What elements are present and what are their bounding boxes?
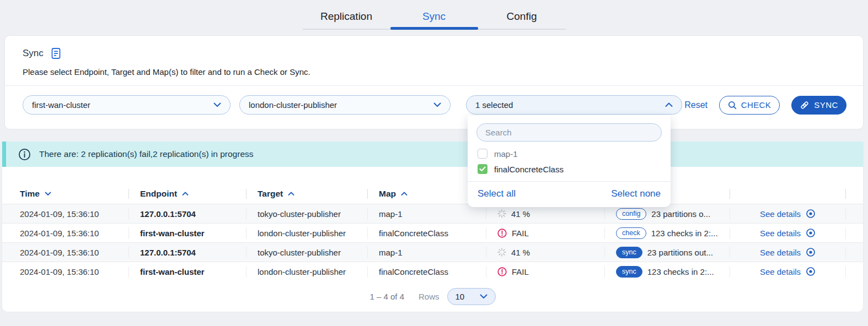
- cell-filler: [845, 227, 863, 239]
- sync-panel-header: Sync: [5, 36, 863, 59]
- spinner-icon: [497, 248, 506, 257]
- maps-select-wrap: 1 selected map-1: [466, 95, 682, 115]
- see-details-link[interactable]: See details: [730, 266, 845, 278]
- column-header-details: [730, 189, 845, 199]
- sync-filter-panel: Sync Please select Endpoint, Target and …: [4, 35, 864, 129]
- cell-time: 2024-01-09, 15:36:10: [2, 266, 128, 278]
- banner-text: There are: 2 replication(s) fail,2 repli…: [39, 149, 254, 159]
- cell-status: 41 %: [486, 247, 604, 258]
- cell-time: 2024-01-09, 15:36:10: [2, 227, 128, 239]
- cell-filler: [845, 247, 863, 258]
- table-row: 2024-01-09, 15:36:10 first-wan-cluster l…: [2, 223, 863, 242]
- table-row: 2024-01-09, 15:36:10 127.0.0.1:5704 toky…: [2, 204, 863, 223]
- view-details-icon: [806, 209, 816, 219]
- chevron-up-icon: [665, 102, 673, 107]
- panel-description: Please select Endpoint, Target and Map(s…: [5, 59, 863, 85]
- table-row: 2024-01-09, 15:36:10 first-wan-cluster l…: [2, 262, 863, 281]
- cell-message: config 23 partitions o...: [604, 208, 730, 220]
- column-header-endpoint[interactable]: Endpoint: [128, 189, 246, 199]
- sync-button-label: SYNC: [814, 100, 838, 110]
- map-option-label: map-1: [494, 149, 518, 159]
- tab-config[interactable]: Config: [478, 6, 566, 30]
- cell-endpoint: first-wan-cluster: [128, 227, 246, 239]
- map-option-finalconcreteclass[interactable]: finalConcreteClass: [468, 161, 671, 177]
- cell-endpoint: 127.0.0.1:5704: [128, 247, 246, 258]
- status-badge: sync: [616, 247, 642, 258]
- fail-icon: [497, 267, 507, 276]
- chevron-down-icon: [480, 294, 487, 299]
- cell-map: map-1: [367, 208, 486, 220]
- cell-map: finalConcreteClass: [367, 227, 486, 239]
- maps-select-value: 1 selected: [475, 100, 513, 110]
- tab-replication[interactable]: Replication: [303, 6, 390, 30]
- cell-map: finalConcreteClass: [367, 266, 486, 278]
- column-header-filler: [845, 189, 863, 199]
- link-icon: [800, 100, 810, 110]
- sync-button[interactable]: SYNC: [791, 96, 846, 115]
- pagination-bar: 1 – 4 of 4 Rows 10: [2, 281, 863, 312]
- select-none-link[interactable]: Select none: [611, 188, 661, 199]
- pagination-range: 1 – 4 of 4: [369, 292, 404, 301]
- cell-time: 2024-01-09, 15:36:10: [2, 247, 128, 258]
- info-icon: [18, 148, 31, 161]
- sync-results-panel: There are: 2 replication(s) fail,2 repli…: [2, 142, 864, 312]
- table-body: 2024-01-09, 15:36:10 127.0.0.1:5704 toky…: [2, 204, 863, 281]
- cell-message: sync 23 partitions out...: [604, 247, 730, 258]
- maps-search-input[interactable]: [476, 123, 662, 142]
- chevron-down-icon: [213, 102, 221, 107]
- maps-select[interactable]: 1 selected: [466, 95, 682, 115]
- maps-dropdown-footer: Select all Select none: [468, 181, 671, 207]
- status-badge: sync: [616, 266, 642, 278]
- table-row: 2024-01-09, 15:36:10 127.0.0.1:5704 toky…: [2, 242, 863, 262]
- info-banner: There are: 2 replication(s) fail,2 repli…: [2, 142, 863, 167]
- column-header-target[interactable]: Target: [246, 189, 367, 199]
- cell-target: london-cluster-publisher: [246, 266, 367, 278]
- panel-title: Sync: [23, 48, 44, 59]
- endpoint-select[interactable]: first-wan-cluster: [23, 95, 231, 115]
- sort-asc-icon: [401, 192, 408, 196]
- sort-desc-icon: [45, 192, 51, 196]
- cell-target: london-cluster-publisher: [246, 227, 367, 239]
- filter-actions: Reset CHECK SYNC: [684, 96, 846, 115]
- chevron-down-icon: [433, 102, 441, 107]
- checkbox-unchecked[interactable]: [478, 149, 487, 159]
- target-select-value: london-cluster-publisher: [249, 100, 337, 110]
- fail-icon: [497, 229, 507, 238]
- rows-per-page-value: 10: [456, 292, 465, 301]
- filter-controls-row: first-wan-cluster london-cluster-publish…: [5, 85, 863, 129]
- cell-message: sync 123 checks in 2:...: [604, 266, 730, 278]
- tab-sync[interactable]: Sync: [390, 6, 478, 30]
- column-header-time[interactable]: Time: [2, 189, 128, 199]
- sort-asc-icon: [288, 192, 294, 196]
- reset-button[interactable]: Reset: [684, 100, 708, 110]
- checkbox-checked[interactable]: [478, 164, 487, 174]
- cell-target: tokyo-cluster-publisher: [246, 208, 367, 220]
- sort-asc-icon: [182, 192, 189, 196]
- see-details-link[interactable]: See details: [730, 208, 845, 220]
- rows-per-page-select[interactable]: 10: [447, 288, 496, 305]
- document-icon[interactable]: [50, 47, 62, 59]
- cell-endpoint: first-wan-cluster: [128, 266, 246, 278]
- maps-dropdown-panel: map-1 finalConcreteClass Select all Sele…: [468, 116, 671, 207]
- endpoint-select-value: first-wan-cluster: [32, 100, 90, 110]
- spinner-icon: [497, 209, 506, 218]
- table-header: Time Endpoint Target Map: [2, 184, 863, 204]
- cell-filler: [845, 266, 863, 278]
- map-option-map-1[interactable]: map-1: [468, 146, 671, 161]
- see-details-link[interactable]: See details: [730, 227, 845, 239]
- view-details-icon: [806, 247, 816, 257]
- top-tab-bar: Replication Sync Config: [0, 0, 868, 30]
- select-all-link[interactable]: Select all: [478, 188, 516, 199]
- cell-status: 41 %: [486, 208, 604, 220]
- see-details-link[interactable]: See details: [730, 247, 845, 258]
- cell-filler: [845, 208, 863, 220]
- rows-per-page-label: Rows: [419, 292, 440, 301]
- view-details-icon: [806, 228, 816, 238]
- cell-status: FAIL: [486, 227, 604, 239]
- wan-sync-page: Replication Sync Config Sync Please sele…: [0, 0, 868, 326]
- maps-search: [476, 123, 662, 142]
- check-button[interactable]: CHECK: [719, 96, 780, 115]
- cell-status: FAIL: [486, 266, 604, 278]
- target-select[interactable]: london-cluster-publisher: [239, 95, 451, 115]
- cell-target: tokyo-cluster-publisher: [246, 247, 367, 258]
